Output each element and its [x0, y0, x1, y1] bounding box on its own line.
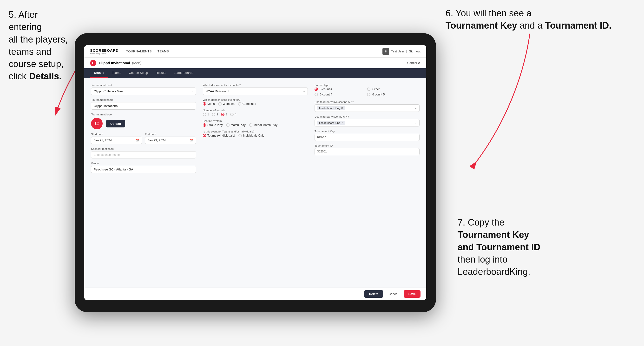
tournament-title: Clippd Invitational (Men) — [99, 61, 407, 65]
tournament-id-group: Tournament ID 302051 — [314, 144, 420, 155]
format-type-label: Format type — [314, 84, 420, 87]
tab-bar: Details Teams Course Setup Results Leade… — [84, 68, 426, 78]
radio-womens-circle — [218, 102, 222, 106]
format-options-grid: 5 count 4 Other 6 count 4 — [314, 88, 420, 97]
third-party2-arrow: ⌄ — [415, 121, 417, 124]
round-1[interactable]: 1 — [203, 113, 209, 116]
brand-name: SCOREBOARD — [90, 48, 118, 52]
round-3[interactable]: 3 — [221, 113, 227, 116]
format-6count4[interactable]: 6 count 4 — [314, 93, 367, 96]
tournament-name-input[interactable]: Clippd Invitational — [91, 102, 196, 110]
radio-6count4 — [314, 93, 318, 96]
cancel-footer-button[interactable]: Cancel — [386, 290, 401, 298]
tournament-host-input[interactable]: Clippd College - Men ⌄ — [91, 88, 196, 95]
radio-round1 — [203, 113, 206, 116]
right-arrow — [462, 31, 540, 175]
save-button[interactable]: Save — [404, 290, 420, 298]
host-select-arrow: ⌄ — [191, 90, 194, 93]
scoring-stroke[interactable]: Stroke Play — [203, 123, 223, 127]
radio-5count4 — [314, 88, 318, 91]
tag-close-icon[interactable]: ✕ — [341, 107, 343, 110]
user-name: Test User — [391, 49, 404, 53]
annotation-bottom-right: 7. Copy the Tournament Key and Tournamen… — [458, 216, 540, 278]
gender-group: Which gender is the event for? Mens Wome… — [203, 98, 308, 106]
nav-teams[interactable]: TEAMS — [158, 49, 169, 53]
tab-course-setup[interactable]: Course Setup — [125, 68, 152, 78]
start-date-input[interactable]: Jan 21, 2024 📅 — [91, 137, 142, 144]
scoring-medal-match[interactable]: Medal Match Play — [249, 123, 278, 127]
cancel-header-btn[interactable]: Cancel ✕ — [407, 61, 420, 65]
tournament-icon: C — [90, 60, 96, 66]
tournament-key-value: b4f6b7 — [314, 134, 420, 141]
gender-combined[interactable]: Combined — [238, 102, 256, 106]
round-4[interactable]: 4 — [230, 113, 236, 116]
teams-radio-group: Teams (+Individuals) Individuals Only — [203, 134, 308, 137]
form-col-1: Tournament Host Clippd College - Men ⌄ T… — [91, 84, 196, 282]
individuals-only[interactable]: Individuals Only — [238, 134, 264, 137]
sponsor-input[interactable]: Enter sponsor name — [91, 151, 196, 159]
third-party2-group: Use third-party scoring API? Leaderboard… — [314, 115, 420, 127]
gender-womens[interactable]: Womens — [218, 102, 234, 106]
date-row: Start date Jan 21, 2024 📅 End date Jan 2… — [91, 133, 196, 144]
third-party1-input[interactable]: Leaderboard King ✕ ⌄ — [314, 104, 420, 112]
rounds-group: Number of rounds 1 2 — [203, 109, 308, 116]
tournament-id-label: Tournament ID — [314, 144, 420, 147]
radio-teams — [203, 134, 206, 137]
division-label: Which division is the event for? — [203, 84, 308, 87]
round-2[interactable]: 2 — [212, 113, 218, 116]
radio-other — [367, 88, 370, 91]
end-date-input[interactable]: Jan 23, 2024 📅 — [145, 137, 196, 144]
form-col-2: Which division is the event for? NCAA Di… — [203, 84, 308, 282]
tab-details[interactable]: Details — [90, 68, 108, 78]
scoring-label: Scoring system — [203, 120, 308, 122]
sign-out-link[interactable]: Sign out — [409, 49, 420, 53]
radio-match — [226, 123, 230, 127]
scoring-radio-group: Stroke Play Match Play Medal Match Play — [203, 123, 308, 127]
annotation-top-right: 6. You will then see a Tournament Key an… — [446, 7, 612, 32]
radio-round3 — [221, 113, 224, 116]
scoring-group: Scoring system Stroke Play Match Play — [203, 120, 308, 127]
venue-select-arrow: ⌄ — [191, 168, 194, 171]
format-5count4[interactable]: 5 count 4 — [314, 88, 367, 91]
venue-input[interactable]: Peachtree GC - Atlanta - GA ⌄ — [91, 166, 196, 173]
user-icon: SI — [382, 48, 389, 55]
radio-medal-match — [249, 123, 252, 127]
sponsor-label: Sponsor (optional) — [91, 147, 196, 150]
third-party1-group: Use third-party live scoring API? Leader… — [314, 101, 420, 112]
division-input[interactable]: NCAA Division III ⌄ — [203, 88, 308, 95]
scoring-match[interactable]: Match Play — [226, 123, 246, 127]
logo-circle: C — [91, 118, 102, 129]
tournament-logo-label: Tournament logo — [91, 113, 196, 116]
format-6count5[interactable]: 6 count 5 — [367, 93, 420, 96]
tab-teams[interactable]: Teams — [108, 68, 125, 78]
radio-round2 — [212, 113, 215, 116]
delete-button[interactable]: Delete — [364, 290, 383, 298]
tournament-key-group: Tournament Key b4f6b7 — [314, 130, 420, 141]
third-party2-input[interactable]: Leaderboard King ✕ ⌄ — [314, 119, 420, 127]
brand-sub: Powered by clippd — [90, 52, 118, 55]
sponsor-group: Sponsor (optional) Enter sponsor name — [91, 147, 196, 159]
rounds-label: Number of rounds — [203, 109, 308, 112]
logo-section: C Upload — [91, 118, 196, 129]
tab-leaderboards[interactable]: Leaderboards — [170, 68, 197, 78]
gender-label: Which gender is the event for? — [203, 98, 308, 101]
teams-plus-individuals[interactable]: Teams (+Individuals) — [203, 134, 235, 137]
division-group: Which division is the event for? NCAA Di… — [203, 84, 308, 95]
end-date-label: End date — [145, 133, 196, 136]
upload-button[interactable]: Upload — [106, 120, 125, 127]
nav-tournaments[interactable]: TOURNAMENTS — [126, 49, 152, 53]
tab-results[interactable]: Results — [152, 68, 170, 78]
annotation-left: 5. After entering all the players, teams… — [9, 9, 71, 83]
gender-radio-group: Mens Womens Combined — [203, 102, 308, 106]
venue-group: Venue Peachtree GC - Atlanta - GA ⌄ — [91, 162, 196, 173]
gender-mens[interactable]: Mens — [203, 102, 215, 106]
calendar-icon-end: 📅 — [190, 139, 194, 142]
third-party2-tag: Leaderboard King ✕ — [317, 121, 345, 125]
radio-mens-circle — [203, 102, 206, 106]
venue-label: Venue — [91, 162, 196, 165]
third-party1-arrow: ⌄ — [415, 107, 417, 110]
tag2-close-icon[interactable]: ✕ — [341, 121, 343, 124]
format-other[interactable]: Other — [367, 88, 420, 91]
radio-combined-circle — [238, 102, 241, 106]
division-arrow: ⌄ — [303, 90, 305, 93]
